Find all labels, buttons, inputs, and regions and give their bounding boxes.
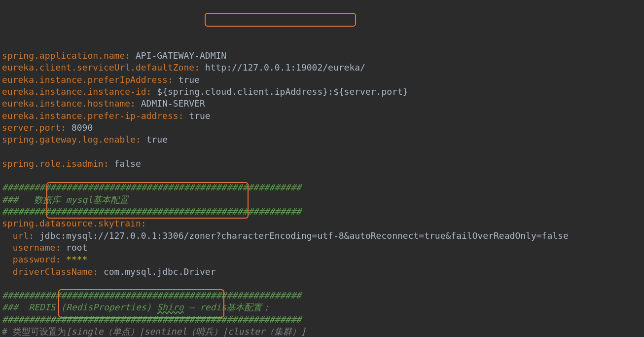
prop-key: spring.role.isadmin (2, 158, 104, 169)
code-editor[interactable]: spring.application.name: API-GATEWAY-ADM… (2, 50, 642, 337)
prop-value: com.mysql.jdbc.Driver (104, 266, 216, 277)
prop-key: eureka.client.serviceUrl.defaultZone (2, 62, 194, 73)
prop-value: API-GATEWAY-ADMIN (136, 50, 226, 61)
prop-key: eureka.instance.hostname (2, 98, 130, 109)
prop-key: password (13, 254, 56, 264)
prop-key: spring.gateway.log.enable (2, 134, 136, 145)
prop-value: true (146, 134, 168, 145)
prop-value: true (189, 111, 210, 121)
comment: ### 数据库 mysql基本配置 (2, 194, 128, 205)
prop-value: ${spring.cloud.client.ipAddress}:${serve… (157, 86, 408, 97)
prop-key: spring.datasource.skytrain (2, 218, 141, 228)
highlight-annotation (205, 13, 356, 27)
prop-key: url (13, 230, 29, 241)
prop-key: username (13, 242, 56, 253)
comment: ########################################… (2, 314, 301, 325)
prop-value: root (66, 242, 87, 253)
prop-value: http://127.0.0.1:19002 (205, 62, 322, 73)
prop-value: false (114, 158, 141, 169)
comment: ########################################… (2, 182, 301, 192)
prop-key: eureka.instance.instance-id (2, 86, 146, 97)
prop-value: ADMIN-SERVER (141, 98, 205, 109)
prop-key: server.port (2, 122, 61, 133)
comment: ########################################… (2, 290, 301, 300)
prop-key: spring.application.name (2, 50, 125, 61)
comment: # 类型可设置为[single（单点）|sentinel（哨兵）|cluster… (2, 326, 306, 337)
prop-value: true (179, 75, 200, 85)
prop-key: driverClassName (13, 266, 93, 277)
comment: ### REDIS (RedisProperties) Shiro – redi… (2, 302, 271, 312)
prop-key: eureka.instance.preferIpAddress (2, 75, 168, 85)
prop-value: **** (66, 254, 87, 264)
comment: ########################################… (2, 206, 301, 217)
prop-value: 8090 (72, 122, 93, 133)
prop-key: eureka.instance.prefer-ip-address (2, 111, 179, 121)
prop-value: jdbc:mysql://127.0.0.1:3306/zoner (39, 230, 216, 241)
